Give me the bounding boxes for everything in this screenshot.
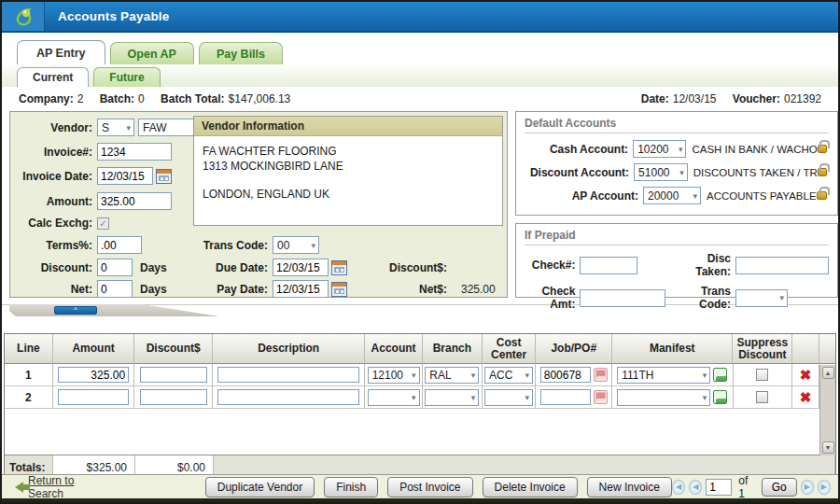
calendar-icon[interactable]	[156, 169, 172, 184]
first-page-button[interactable]: ◀	[672, 480, 685, 495]
line-cost-center-select[interactable]: ▾	[484, 389, 533, 406]
tab-future[interactable]: Future	[93, 67, 160, 87]
line-manifest-select[interactable]: 111TH▾	[617, 367, 710, 384]
trans-code-label: Trans Code:	[193, 239, 268, 252]
discount-amt-label: Discount$:	[374, 261, 447, 274]
col-account: Account	[365, 334, 423, 364]
col-delete	[792, 334, 819, 364]
invoice-date-input[interactable]	[97, 167, 153, 185]
job-po-lookup-icon[interactable]	[594, 368, 608, 382]
prepaid-trans-code-label: Trans Code:	[665, 285, 735, 311]
col-amount: Amount	[53, 334, 135, 364]
terms-input[interactable]	[97, 236, 142, 254]
vendor-name: FA WACHTER FLOORING	[203, 144, 494, 159]
page-title: Accounts Payable	[58, 9, 170, 23]
unlock-icon[interactable]	[817, 191, 827, 200]
calc-exchg-checkbox[interactable]: ✓	[97, 217, 109, 230]
discount-days-input[interactable]	[97, 259, 133, 276]
voucher-info: Date:12/03/15 Voucher:021392	[641, 92, 821, 105]
unlock-icon[interactable]	[818, 168, 827, 176]
due-date-input[interactable]	[273, 259, 329, 276]
col-cost-center: Cost Center	[483, 334, 537, 364]
amount-input[interactable]	[97, 192, 172, 210]
page-number-input[interactable]	[706, 479, 732, 496]
chevron-down-icon: ▾	[471, 371, 476, 380]
suppress-discount-checkbox[interactable]	[756, 369, 768, 381]
collapse-tab: ^	[9, 304, 219, 316]
line-manifest-select[interactable]: ▾	[617, 389, 710, 406]
collapse-panel-button[interactable]: ^	[54, 306, 97, 315]
batch-total-value: $147,006.13	[229, 92, 291, 105]
delete-row-icon[interactable]: ✖	[800, 390, 812, 404]
pagination: ◀ ◀ of 1 Go ▶ ▶	[672, 474, 831, 500]
scroll-down-icon[interactable]: ▼	[822, 441, 834, 454]
net-days-input[interactable]	[97, 280, 133, 298]
line-description-input[interactable]	[217, 367, 359, 383]
post-invoice-button[interactable]: Post Invoice	[387, 477, 472, 497]
action-buttons: Duplicate Vendor Finish Post Invoice Del…	[205, 477, 672, 497]
tab-ap-entry[interactable]: AP Entry	[17, 40, 105, 64]
default-accounts-title: Default Accounts	[525, 117, 829, 133]
discount-account-row: Discount Account: 51000▾ DISCOUNTS TAKEN…	[525, 163, 829, 181]
line-branch-select[interactable]: ▾	[425, 389, 479, 406]
invoice-no-input[interactable]	[97, 143, 172, 161]
bottom-border-strip	[2, 498, 838, 502]
check-amt-input[interactable]	[580, 289, 665, 307]
batch-total-label: Batch Total:	[161, 92, 224, 105]
sub-tab-bar: Current Future	[2, 64, 838, 87]
voucher-label: Voucher:	[733, 92, 780, 105]
line-job-po-input[interactable]	[540, 389, 591, 405]
last-page-button[interactable]: ▶	[818, 480, 831, 495]
prev-page-button[interactable]: ◀	[689, 480, 702, 495]
next-page-button[interactable]: ▶	[801, 480, 814, 495]
line-discount-input[interactable]	[140, 389, 207, 405]
finish-button[interactable]: Finish	[324, 477, 378, 497]
prepaid-trans-code-select[interactable]: ▾	[735, 289, 788, 307]
delete-invoice-button[interactable]: Delete Invoice	[483, 477, 578, 497]
line-amount-input[interactable]	[58, 389, 129, 405]
chevron-down-icon: ▾	[779, 293, 784, 302]
go-button[interactable]: Go	[762, 478, 797, 497]
line-job-po-input[interactable]	[540, 367, 591, 383]
calendar-icon[interactable]	[331, 282, 347, 297]
ap-account-select[interactable]: 20000▾	[643, 187, 701, 204]
invoice-form-panel: Vendor: S▾ FAW▾ Invoice#: Invoice Date: …	[9, 111, 508, 298]
line-account-select[interactable]: 12100▾	[368, 367, 420, 384]
table-scrollbar[interactable]: ▲ ▼	[819, 365, 835, 455]
invoice-no-label: Invoice#:	[10, 146, 92, 159]
check-no-input[interactable]	[580, 257, 637, 274]
manifest-lookup-icon[interactable]	[713, 368, 727, 382]
col-scrollbar	[819, 334, 835, 364]
line-description-input[interactable]	[217, 389, 359, 405]
swirl-logo-icon	[11, 5, 35, 29]
return-to-search-label[interactable]: Return to Search	[28, 474, 93, 500]
line-branch-select[interactable]: RAL▾	[425, 367, 479, 384]
disc-taken-input[interactable]	[735, 257, 829, 274]
scroll-up-icon[interactable]: ▲	[822, 367, 834, 379]
tab-current[interactable]: Current	[17, 67, 89, 87]
chevron-down-icon: ▾	[703, 393, 707, 402]
chevron-down-icon: ▾	[679, 145, 683, 154]
tab-open-ap[interactable]: Open AP	[110, 42, 194, 64]
duplicate-vendor-button[interactable]: Duplicate Vendor	[205, 477, 315, 497]
net-amt-value: 325.00	[461, 283, 496, 296]
delete-row-icon[interactable]: ✖	[800, 368, 812, 382]
new-invoice-button[interactable]: New Invoice	[587, 477, 672, 497]
vendor-address: 1313 MOCKINGBIRD LANE	[203, 159, 494, 174]
trans-code-select[interactable]: 00▾	[273, 236, 319, 254]
tab-pay-bills[interactable]: Pay Bills	[199, 42, 283, 64]
line-amount-input[interactable]	[58, 367, 129, 383]
suppress-discount-checkbox[interactable]	[756, 391, 768, 403]
line-cost-center-select[interactable]: ACC▾	[484, 367, 533, 384]
pay-date-input[interactable]	[273, 280, 329, 298]
discount-account-select[interactable]: 51000▾	[634, 163, 688, 181]
line-account-select[interactable]: ▾	[368, 389, 420, 406]
job-po-lookup-icon[interactable]	[594, 390, 608, 404]
calendar-icon[interactable]	[331, 260, 347, 275]
cash-account-select[interactable]: 10200▾	[633, 140, 686, 158]
line-discount-input[interactable]	[140, 367, 207, 383]
unlock-icon[interactable]	[818, 145, 827, 153]
manifest-lookup-icon[interactable]	[713, 390, 727, 404]
vendor-prefix-select[interactable]: S▾	[97, 119, 134, 136]
return-to-search-link[interactable]: Return to Search	[9, 474, 93, 500]
